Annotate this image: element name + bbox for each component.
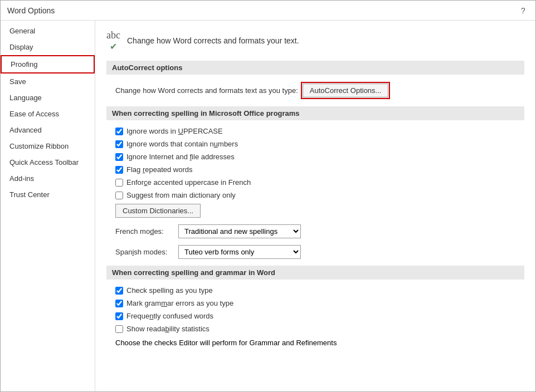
readability-label: Show readability statistics <box>126 325 209 333</box>
checkmark-icon: ✔ <box>110 41 117 52</box>
sidebar-item-trust-center[interactable]: Trust Center <box>1 187 95 203</box>
sidebar-item-customize-ribbon[interactable]: Customize Ribbon <box>1 138 95 154</box>
title-bar: Word Options ? <box>1 1 535 21</box>
ignore-internet-label: Ignore Internet and file addresses <box>126 153 235 161</box>
checkbox-confused-words: Frequently confused words <box>106 310 524 322</box>
enforce-french-label: Enforce accented uppercase in French <box>126 178 251 187</box>
checkbox-suggest-main: Suggest from main dictionary only <box>106 189 524 202</box>
spanish-modes-select[interactable]: Tuteo verb forms only Voseo verb forms o… <box>178 245 301 259</box>
sidebar-item-language[interactable]: Language <box>1 90 95 106</box>
autocorrect-section-header: AutoCorrect options <box>106 61 524 75</box>
check-spelling-checkbox[interactable] <box>115 287 123 295</box>
checkbox-ignore-uppercase: Ignore words in UPPERCASE <box>106 125 524 138</box>
ignore-uppercase-checkbox[interactable] <box>115 128 123 135</box>
help-button[interactable]: ? <box>518 5 529 16</box>
sidebar-item-add-ins[interactable]: Add-ins <box>1 170 95 187</box>
dialog-title: Word Options <box>7 6 55 15</box>
french-modes-select[interactable]: Traditional and new spellings Traditiona… <box>178 224 301 238</box>
sidebar-item-advanced[interactable]: Advanced <box>1 122 95 138</box>
enforce-underline: c <box>144 178 148 187</box>
sidebar: General Display Proofing Save Language E… <box>1 21 95 391</box>
checkbox-mark-grammar: Mark grammar errors as you type <box>106 297 524 310</box>
proofing-icon: abc ✔ <box>106 30 120 52</box>
ignore-numbers-checkbox[interactable] <box>115 140 123 148</box>
repeated-underline: r <box>143 165 145 174</box>
autocorrect-options-button[interactable]: AutoCorrect Options... <box>303 84 389 97</box>
grammar-note-row: Choose the checks Editor will perform fo… <box>106 335 524 350</box>
sidebar-item-ease-of-access[interactable]: Ease of Access <box>1 106 95 122</box>
checkbox-flag-repeated: Flag repeated words <box>106 163 524 176</box>
enforce-french-checkbox[interactable] <box>115 179 123 187</box>
checkbox-check-spelling-type: Check spelling as you type <box>106 284 524 297</box>
header-description: Change how Word corrects and formats you… <box>127 36 299 45</box>
suggest-main-checkbox[interactable] <box>115 192 123 199</box>
custom-dictionaries-button[interactable]: Custom Dictionaries... <box>115 204 201 218</box>
spelling-word-section-header: When correcting spelling and grammar in … <box>106 266 524 280</box>
spanish-modes-row: Spanish modes: Tuteo verb forms only Vos… <box>106 243 524 261</box>
sidebar-item-display[interactable]: Display <box>1 39 95 55</box>
word-options-dialog: Word Options ? General Display Proofing … <box>0 0 536 392</box>
ignore-internet-checkbox[interactable] <box>115 153 123 161</box>
checkbox-ignore-numbers: Ignore words that contain numbers <box>106 138 524 150</box>
french-modes-label: French modes: <box>115 227 174 236</box>
checkbox-enforce-french: Enforce accented uppercase in French <box>106 176 524 189</box>
flag-repeated-label: Flag repeated words <box>126 165 193 174</box>
suggest-main-label: Suggest from main dictionary only <box>126 191 236 199</box>
mark-grammar-checkbox[interactable] <box>115 300 123 307</box>
autocorrect-row: Change how Word corrects and formats tex… <box>106 79 524 102</box>
mark-grammar-label: Mark grammar errors as you type <box>126 299 233 307</box>
readability-checkbox[interactable] <box>115 325 123 333</box>
sidebar-item-save[interactable]: Save <box>1 74 95 90</box>
autocorrect-label: Change how Word corrects and formats tex… <box>115 86 298 95</box>
sidebar-item-proofing[interactable]: Proofing <box>1 55 95 74</box>
uppercase-underline: U <box>178 127 183 135</box>
check-spelling-label: Check spelling as you type <box>126 286 213 295</box>
spelling-ms-title: When correcting spelling in Microsoft Of… <box>112 109 300 117</box>
checkbox-readability: Show readability statistics <box>106 322 524 335</box>
spanish-modes-label: Spanish modes: <box>115 248 174 256</box>
french-modes-row: French modes: Traditional and new spelli… <box>106 222 524 241</box>
content-area: General Display Proofing Save Language E… <box>1 21 535 391</box>
ignore-uppercase-label: Ignore words in UPPERCASE <box>126 127 223 135</box>
abc-label: abc <box>106 30 120 41</box>
proofing-header: abc ✔ Change how Word corrects and forma… <box>106 30 524 52</box>
confused-words-checkbox[interactable] <box>115 312 123 320</box>
file-underline: f <box>189 153 192 161</box>
sidebar-item-general[interactable]: General <box>1 23 95 39</box>
checkbox-ignore-internet: Ignore Internet and file addresses <box>106 150 524 163</box>
main-content: abc ✔ Change how Word corrects and forma… <box>95 21 535 391</box>
confused-words-label: Frequently confused words <box>126 312 213 320</box>
spelling-word-title: When correcting spelling and grammar in … <box>112 268 275 277</box>
grammar-note: Choose the checks Editor will perform fo… <box>115 339 337 347</box>
numbers-underline: u <box>214 140 218 148</box>
ignore-numbers-label: Ignore words that contain numbers <box>126 140 238 148</box>
autocorrect-title: AutoCorrect options <box>112 63 182 72</box>
flag-repeated-checkbox[interactable] <box>115 166 123 174</box>
sidebar-item-quick-access[interactable]: Quick Access Toolbar <box>1 154 95 170</box>
spelling-ms-section-header: When correcting spelling in Microsoft Of… <box>106 106 524 120</box>
